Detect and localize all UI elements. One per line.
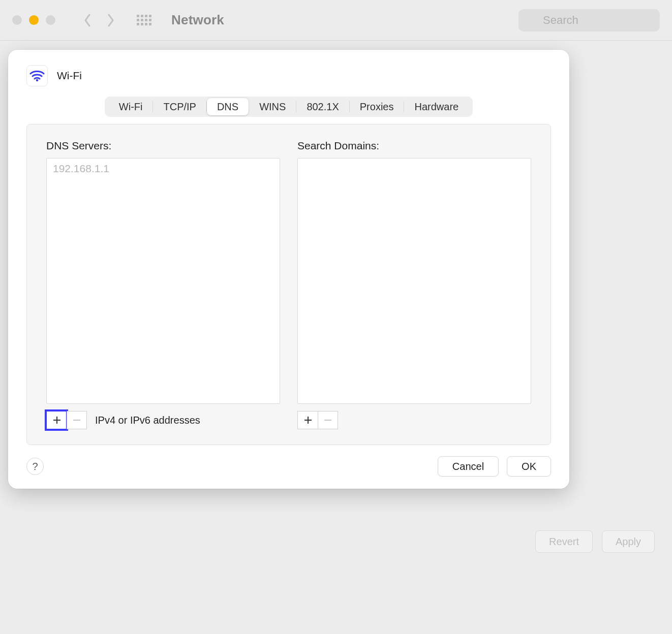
toolbar: Network bbox=[0, 0, 672, 41]
cancel-button[interactable]: Cancel bbox=[438, 456, 499, 477]
dns-hint: IPv4 or IPv6 addresses bbox=[95, 415, 200, 426]
forward-button[interactable] bbox=[104, 14, 117, 27]
tab-wifi[interactable]: Wi-Fi bbox=[109, 98, 153, 115]
dns-servers-addremove: IPv4 or IPv6 addresses bbox=[46, 411, 280, 429]
window-title: Network bbox=[171, 12, 224, 28]
back-button[interactable] bbox=[81, 14, 94, 27]
search-domains-list[interactable] bbox=[297, 158, 531, 404]
apply-button[interactable]: Apply bbox=[602, 530, 655, 553]
close-window-button[interactable] bbox=[12, 15, 22, 25]
tab-dns[interactable]: DNS bbox=[207, 98, 249, 115]
add-search-domain-button[interactable] bbox=[297, 411, 318, 429]
chevron-right-icon bbox=[107, 13, 115, 27]
sheet-footer: ? Cancel OK bbox=[26, 456, 551, 477]
dns-servers-list[interactable]: 192.168.1.1 bbox=[46, 158, 280, 404]
svg-point-2 bbox=[36, 79, 38, 81]
question-icon: ? bbox=[32, 461, 38, 472]
tab-bar: Wi-Fi TCP/IP DNS WINS 802.1X Proxies Har… bbox=[105, 97, 473, 117]
dns-servers-column: DNS Servers: 192.168.1.1 IPv4 or IPv6 ad… bbox=[46, 140, 280, 429]
search-input[interactable] bbox=[518, 9, 660, 31]
interface-icon-box bbox=[26, 65, 48, 86]
minimize-window-button[interactable] bbox=[29, 15, 39, 25]
sheet-header: Wi-Fi bbox=[26, 65, 551, 86]
plus-icon bbox=[303, 416, 313, 425]
minus-icon bbox=[323, 416, 332, 425]
interface-name: Wi-Fi bbox=[57, 70, 82, 82]
search-domains-addremove bbox=[297, 411, 531, 429]
minus-icon bbox=[72, 416, 81, 425]
window-controls bbox=[12, 15, 55, 25]
tab-tcpip[interactable]: TCP/IP bbox=[153, 98, 206, 115]
remove-dns-server-button[interactable] bbox=[67, 411, 87, 429]
revert-button[interactable]: Revert bbox=[535, 530, 593, 553]
plus-icon bbox=[52, 416, 62, 425]
add-dns-server-button[interactable] bbox=[46, 411, 67, 429]
tab-8021x[interactable]: 802.1X bbox=[296, 98, 349, 115]
help-button[interactable]: ? bbox=[26, 458, 44, 475]
dns-panel: DNS Servers: 192.168.1.1 IPv4 or IPv6 ad… bbox=[26, 124, 551, 445]
tab-hardware[interactable]: Hardware bbox=[404, 98, 469, 115]
dns-servers-label: DNS Servers: bbox=[46, 140, 280, 152]
advanced-sheet: Wi-Fi Wi-Fi TCP/IP DNS WINS 802.1X Proxi… bbox=[8, 50, 569, 489]
search-domains-label: Search Domains: bbox=[297, 140, 531, 152]
show-all-icon[interactable] bbox=[137, 13, 152, 28]
zoom-window-button[interactable] bbox=[46, 15, 55, 25]
chevron-left-icon bbox=[83, 13, 91, 27]
search-domains-column: Search Domains: bbox=[297, 140, 531, 429]
remove-search-domain-button[interactable] bbox=[318, 411, 338, 429]
tab-wins[interactable]: WINS bbox=[249, 98, 296, 115]
background-footer: Revert Apply bbox=[535, 530, 655, 553]
ok-button[interactable]: OK bbox=[507, 456, 551, 477]
search-wrap bbox=[518, 9, 660, 31]
tab-proxies[interactable]: Proxies bbox=[350, 98, 404, 115]
wifi-icon bbox=[29, 70, 45, 82]
list-item[interactable]: 192.168.1.1 bbox=[53, 163, 273, 175]
